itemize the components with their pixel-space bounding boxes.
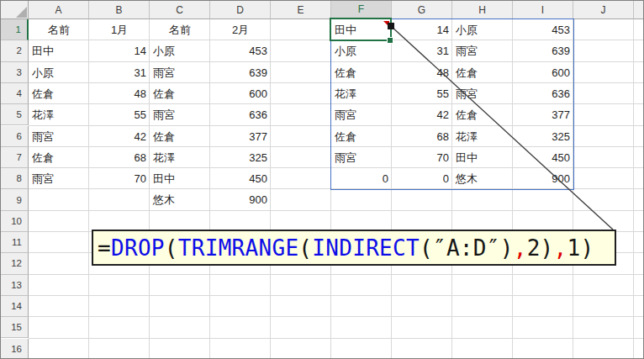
fill-handle[interactable] <box>387 37 393 44</box>
cell-B1[interactable]: 1月 <box>89 19 150 40</box>
cell-I6[interactable]: 325 <box>513 126 573 147</box>
cell-B5[interactable]: 55 <box>89 104 150 125</box>
row-header-15[interactable]: 15 <box>1 317 29 338</box>
column-header-E[interactable]: E <box>271 1 331 19</box>
cell-F4[interactable]: 花澤 <box>331 83 392 104</box>
cell-A5[interactable]: 花澤 <box>29 104 89 125</box>
row-header-12[interactable]: 12 <box>1 253 29 274</box>
cell-I8[interactable]: 900 <box>513 168 573 189</box>
cell-C2[interactable]: 小原 <box>150 40 210 61</box>
row-header-14[interactable]: 14 <box>1 296 29 317</box>
cell-G2[interactable]: 31 <box>392 40 452 61</box>
formula-callout[interactable]: =DROP(TRIMRANGE(INDIRECT(″A:D″),2),1) <box>92 230 616 266</box>
cell-G5[interactable]: 42 <box>392 104 452 125</box>
cell-C7[interactable]: 花澤 <box>150 147 210 168</box>
cell-F5[interactable]: 雨宮 <box>331 104 392 125</box>
cell-A6[interactable]: 雨宮 <box>29 126 89 147</box>
cell-C1[interactable]: 名前 <box>150 19 210 40</box>
column-header-G[interactable]: G <box>392 1 452 19</box>
column-header-partial[interactable] <box>634 1 644 19</box>
cell-D9[interactable]: 900 <box>210 189 271 210</box>
cell-H1[interactable]: 小原 <box>452 19 513 40</box>
select-all-button[interactable] <box>1 1 29 19</box>
cell-B6[interactable]: 42 <box>89 126 150 147</box>
row-header-9[interactable]: 9 <box>1 189 29 210</box>
row-header-8[interactable]: 8 <box>1 168 29 189</box>
row-header-5[interactable]: 5 <box>1 104 29 125</box>
cell-H3[interactable]: 佐倉 <box>452 62 513 83</box>
cell-C6[interactable]: 佐倉 <box>150 126 210 147</box>
cell-D3[interactable]: 639 <box>210 62 271 83</box>
cell-A3[interactable]: 小原 <box>29 62 89 83</box>
row-header-10[interactable]: 10 <box>1 211 29 232</box>
cell-A2[interactable]: 田中 <box>29 40 89 61</box>
cell-C4[interactable]: 佐倉 <box>150 83 210 104</box>
cell-G7[interactable]: 70 <box>392 147 452 168</box>
row-header-16[interactable]: 16 <box>1 339 29 359</box>
cell-I4[interactable]: 636 <box>513 83 573 104</box>
column-header-J[interactable]: J <box>573 1 634 19</box>
cell-D5[interactable]: 636 <box>210 104 271 125</box>
cell-A4[interactable]: 佐倉 <box>29 83 89 104</box>
cell-H6[interactable]: 花澤 <box>452 126 513 147</box>
column-header-F[interactable]: F <box>331 1 392 19</box>
cell-A7[interactable]: 佐倉 <box>29 147 89 168</box>
column-header-B[interactable]: B <box>89 1 150 19</box>
cell-D4[interactable]: 600 <box>210 83 271 104</box>
cell-B3[interactable]: 31 <box>89 62 150 83</box>
cell-H8[interactable]: 悠木 <box>452 168 513 189</box>
row-header-3[interactable]: 3 <box>1 62 29 83</box>
cell-D6[interactable]: 377 <box>210 126 271 147</box>
cell-I1[interactable]: 453 <box>513 19 573 40</box>
row-header-4[interactable]: 4 <box>1 83 29 104</box>
cell-A8[interactable]: 雨宮 <box>29 168 89 189</box>
cell-D8[interactable]: 450 <box>210 168 271 189</box>
row-header-11[interactable]: 11 <box>1 232 29 253</box>
cell-C8[interactable]: 田中 <box>150 168 210 189</box>
spreadsheet: 名前田中小原佐倉花澤雨宮佐倉雨宮1月14314855426870名前小原雨宮佐倉… <box>0 0 644 359</box>
cell-F6[interactable]: 佐倉 <box>331 126 392 147</box>
column-header-I[interactable]: I <box>513 1 573 19</box>
column-header-C[interactable]: C <box>150 1 210 19</box>
cell-F2[interactable]: 小原 <box>331 40 392 61</box>
cell-G6[interactable]: 68 <box>392 126 452 147</box>
cell-H7[interactable]: 田中 <box>452 147 513 168</box>
cell-D2[interactable]: 453 <box>210 40 271 61</box>
cell-A1[interactable]: 名前 <box>29 19 89 40</box>
formula-segment: 2 <box>527 235 541 261</box>
cell-I2[interactable]: 639 <box>513 40 573 61</box>
cell-H4[interactable]: 雨宮 <box>452 83 513 104</box>
cell-F7[interactable]: 雨宮 <box>331 147 392 168</box>
column-header-D[interactable]: D <box>210 1 271 19</box>
cell-D1[interactable]: 2月 <box>210 19 271 40</box>
cell-G8[interactable]: 0 <box>392 168 452 189</box>
row-header-7[interactable]: 7 <box>1 147 29 168</box>
row-header-2[interactable]: 2 <box>1 40 29 61</box>
formula-segment: , <box>514 235 527 261</box>
row-header-6[interactable]: 6 <box>1 126 29 147</box>
cell-H2[interactable]: 雨宮 <box>452 40 513 61</box>
formula-segment: ) <box>581 235 594 261</box>
column-header-A[interactable]: A <box>29 1 89 19</box>
cell-H5[interactable]: 佐倉 <box>452 104 513 125</box>
cell-I5[interactable]: 377 <box>513 104 573 125</box>
cell-C9[interactable]: 悠木 <box>150 189 210 210</box>
cell-C5[interactable]: 雨宮 <box>150 104 210 125</box>
cell-F8[interactable]: 0 <box>331 168 392 189</box>
formula-segment: (″A:D″) <box>420 235 514 261</box>
cell-G1[interactable]: 14 <box>392 19 452 40</box>
cell-B7[interactable]: 68 <box>89 147 150 168</box>
cell-G3[interactable]: 48 <box>392 62 452 83</box>
column-header-H[interactable]: H <box>452 1 513 19</box>
cell-G4[interactable]: 55 <box>392 83 452 104</box>
cell-D7[interactable]: 325 <box>210 147 271 168</box>
cell-F3[interactable]: 佐倉 <box>331 62 392 83</box>
row-header-13[interactable]: 13 <box>1 275 29 296</box>
cell-B8[interactable]: 70 <box>89 168 150 189</box>
row-header-1[interactable]: 1 <box>1 19 29 40</box>
cell-I7[interactable]: 450 <box>513 147 573 168</box>
cell-B4[interactable]: 48 <box>89 83 150 104</box>
cell-B2[interactable]: 14 <box>89 40 150 61</box>
cell-I3[interactable]: 600 <box>513 62 573 83</box>
cell-C3[interactable]: 雨宮 <box>150 62 210 83</box>
